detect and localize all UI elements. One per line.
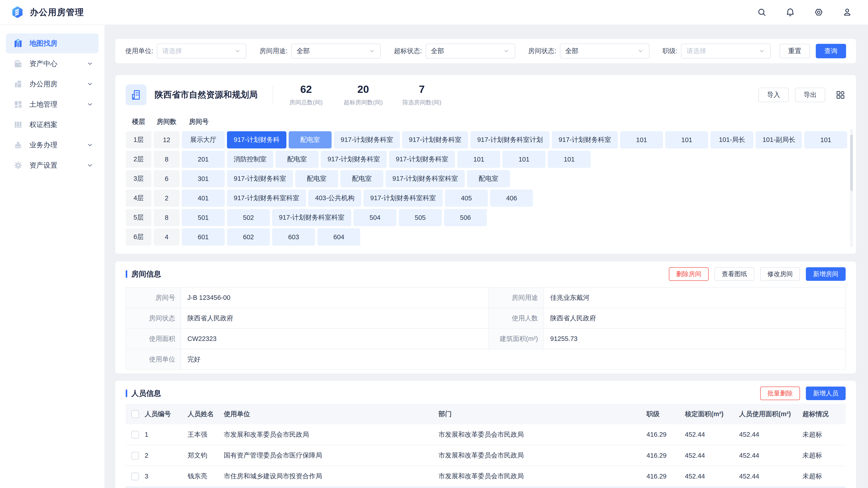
room-chip[interactable]: 604 <box>317 228 360 246</box>
room-chip[interactable]: 603 <box>272 228 315 246</box>
room-chip[interactable]: 917-计划财务科室科室 <box>272 209 351 226</box>
room-chip[interactable]: 917-计划财务科室科室 <box>227 190 306 207</box>
room-chip[interactable]: 917-计划财务科 <box>227 131 286 149</box>
room-chip[interactable]: 917-计划财务科室 <box>389 151 455 168</box>
sidebar-item-map-find-room[interactable]: 地图找房 <box>6 33 98 53</box>
room-chip[interactable]: 展示大厅 <box>182 131 225 149</box>
room-chip[interactable]: 917-计划财务科室 <box>227 170 293 187</box>
room-chip[interactable]: 消防控制室 <box>227 151 273 168</box>
room-chip[interactable]: 101 <box>548 151 591 168</box>
export-button[interactable]: 导出 <box>795 88 825 102</box>
layout-grid-icon[interactable] <box>835 90 846 100</box>
room-chip[interactable]: 406 <box>490 190 533 207</box>
sidebar-item-asset-setting[interactable]: 资产设置 <box>6 156 98 175</box>
wallet-icon <box>13 59 23 69</box>
room-chip[interactable]: 101 <box>665 131 708 149</box>
people-actions: 批量删除 新增人员 <box>760 387 846 400</box>
room-chip[interactable]: 101 <box>457 151 500 168</box>
add-person-button[interactable]: 新增人员 <box>806 387 846 400</box>
room-chip[interactable]: 101 <box>804 131 847 149</box>
room-chip[interactable]: 505 <box>399 209 442 226</box>
field-value: 91255.73 <box>544 328 845 349</box>
room-chip[interactable]: 917-计划财务科室计划 <box>470 131 550 149</box>
select-all-checkbox[interactable] <box>131 410 139 418</box>
filter-use-unit: 使用单位: 请选择 <box>125 43 246 59</box>
search-button[interactable]: 查询 <box>816 44 846 58</box>
cell-unit: 国有资产管理委员会市医疗保障局 <box>224 445 438 466</box>
room-chip[interactable]: 917-计划财务科室 <box>334 131 400 149</box>
room-chip[interactable]: 401 <box>182 190 225 207</box>
people-table: 人员编号人员姓名使用单位部门职级核定面积(m²)人员使用面积(m²)超标情况 1… <box>126 404 846 488</box>
column-header: 超标情况 <box>802 404 846 424</box>
sidebar-item-land-manage[interactable]: 土地管理 <box>6 94 98 114</box>
app-header: 办公用房管理 <box>0 0 868 25</box>
section-bar <box>126 270 127 278</box>
add-room-button[interactable]: 新增房间 <box>806 267 846 281</box>
settings-icon[interactable] <box>814 7 824 17</box>
room-chip[interactable]: 917-计划财务科室 <box>321 151 387 168</box>
row-checkbox[interactable] <box>131 452 139 459</box>
sidebar-item-office-room[interactable]: 办公用房 <box>6 74 98 94</box>
room-chip[interactable]: 502 <box>227 209 270 226</box>
room-chip[interactable]: 917-计划财务科室科室 <box>385 170 465 187</box>
floor-grid-scrollbar[interactable] <box>850 135 853 191</box>
room-chip[interactable]: 201 <box>182 151 225 168</box>
room-info-header: 房间信息 删除房间 查看图纸 修改房间 新增房间 <box>126 267 846 281</box>
import-button[interactable]: 导入 <box>758 88 789 102</box>
building-icon <box>126 85 147 105</box>
room-chip[interactable]: 403-公共机构 <box>308 190 361 207</box>
bell-icon[interactable] <box>785 7 795 17</box>
filter-use-unit-select[interactable]: 请选择 <box>157 43 246 59</box>
room-chip[interactable]: 917-计划财务科室 <box>402 131 468 149</box>
room-info-actions: 删除房间 查看图纸 修改房间 新增房间 <box>669 267 846 281</box>
field-value: 陕西省人民政府 <box>544 308 845 328</box>
edit-room-button[interactable]: 修改房间 <box>760 267 800 281</box>
batch-delete-button[interactable]: 批量删除 <box>760 387 800 400</box>
delete-room-button[interactable]: 删除房间 <box>669 267 709 281</box>
room-chip[interactable]: 917-计划财务科室 <box>552 131 618 149</box>
room-chip[interactable]: 601 <box>182 228 225 246</box>
filter-rank-select[interactable]: 请选择 <box>681 43 771 59</box>
filter-over-status-select[interactable]: 全部 <box>426 43 515 59</box>
chevron-down-icon <box>368 48 375 55</box>
room-chip[interactable]: 504 <box>353 209 397 226</box>
cell-dept: 市发展和改革委员会市民政局 <box>438 424 647 445</box>
column-header: 使用单位 <box>224 404 438 424</box>
room-chip[interactable]: 101 <box>502 151 546 168</box>
room-chip[interactable]: 配电室 <box>295 170 338 187</box>
room-chip[interactable]: 配电室 <box>289 131 332 149</box>
room-chip[interactable]: 配电室 <box>276 151 318 168</box>
cell-over-status: 未超标 <box>802 445 846 466</box>
cell-used-area: 452.44 <box>739 424 802 445</box>
filter-actions: 重置 查询 <box>780 44 846 58</box>
room-chip[interactable]: 101-副局长 <box>756 131 802 149</box>
room-chip[interactable]: 配电室 <box>340 170 383 187</box>
stamp-icon <box>13 140 23 150</box>
field-label: 使用人数 <box>489 308 544 328</box>
room-chip[interactable]: 101 <box>620 131 663 149</box>
reset-button[interactable]: 重置 <box>780 44 810 58</box>
room-chip[interactable]: 301 <box>182 170 225 187</box>
search-icon[interactable] <box>757 7 767 17</box>
filter-room-purpose-select[interactable]: 全部 <box>291 43 381 59</box>
room-chip[interactable]: 506 <box>444 209 487 226</box>
room-chip[interactable]: 501 <box>182 209 225 226</box>
room-chip[interactable]: 405 <box>445 190 488 207</box>
row-checkbox[interactable] <box>131 473 139 480</box>
room-chip[interactable]: 101-局长 <box>710 131 753 149</box>
stat-filtered-rooms: 7 筛选房间数(间) <box>402 83 441 106</box>
cell-over-status: 未超标 <box>802 466 846 487</box>
view-drawing-button[interactable]: 查看图纸 <box>715 267 754 281</box>
user-icon[interactable] <box>842 7 852 17</box>
filter-room-status-select[interactable]: 全部 <box>560 43 649 59</box>
row-checkbox[interactable] <box>131 431 139 438</box>
room-chip[interactable]: 917-计划财务科室科室 <box>364 190 442 207</box>
sidebar-item-business[interactable]: 业务办理 <box>6 135 98 155</box>
room-chip[interactable]: 602 <box>227 228 270 246</box>
floor-label: 6层 <box>126 228 151 246</box>
sidebar-item-asset-center[interactable]: 资产中心 <box>6 54 98 74</box>
sidebar-item-cert-archive[interactable]: 权证档案 <box>6 115 98 135</box>
cell-name: 郑文钧 <box>188 445 224 466</box>
room-chip[interactable]: 配电室 <box>467 170 510 187</box>
column-header: 部门 <box>438 404 647 424</box>
